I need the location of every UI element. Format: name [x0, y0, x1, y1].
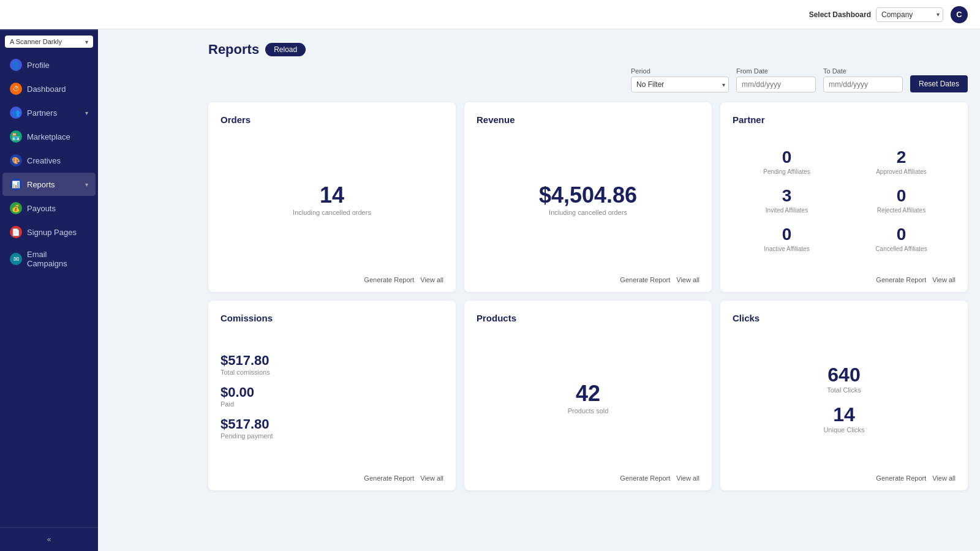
partner-stat-approved: 2 Approved Affiliates [847, 148, 956, 175]
sidebar-company-label: A Scanner Darkly [10, 38, 62, 45]
select-dashboard-label: Select Dashboard [809, 10, 871, 19]
commissions-view-all-link[interactable]: View all [420, 474, 443, 482]
sidebar-nav: 👤 Profile ⏱ Dashboard 👥 Partners ▾ 🏪 Mar… [0, 53, 98, 527]
sidebar-item-creatives[interactable]: 🎨 Creatives [2, 149, 96, 172]
page-title: Reports [208, 42, 259, 58]
chevron-down-icon: ▾ [85, 39, 88, 45]
marketplace-icon: 🏪 [10, 130, 22, 143]
orders-main-value: 14 [320, 184, 344, 206]
sidebar-item-payouts[interactable]: 💰 Payouts [2, 197, 96, 220]
partner-stat-rejected: 0 Rejected Affiliates [847, 186, 956, 214]
partner-stat-invited: 3 Invited Affiliates [733, 186, 841, 214]
sidebar-item-label: Marketplace [27, 132, 70, 141]
orders-view-all-link[interactable]: View all [420, 276, 443, 283]
partner-invited-value: 3 [733, 186, 841, 206]
commissions-total-value: $517.80 [221, 353, 270, 369]
sidebar-item-partners[interactable]: 👥 Partners ▾ [2, 101, 96, 124]
sidebar-item-label: Email Campaigns [27, 250, 88, 268]
partner-inactive-value: 0 [733, 225, 841, 244]
revenue-card-body: $4,504.86 Including cancelled orders [477, 131, 699, 269]
partner-stat-pending: 0 Pending Affiliates [733, 148, 841, 175]
sidebar: PMX PARTNERMARKETINGEXCHANGE A Scanner D… [0, 0, 98, 551]
main-content: Reports Reload Period No Filter From Dat… [196, 29, 980, 551]
cards-grid: Orders 14 Including cancelled orders Gen… [208, 102, 968, 490]
revenue-card-footer: Generate Report View all [477, 276, 699, 283]
user-avatar[interactable]: C [951, 6, 968, 23]
sidebar-item-label: Signup Pages [27, 228, 77, 237]
sidebar-collapse-button[interactable]: « [0, 527, 98, 551]
company-select-wrap: Company [876, 7, 943, 22]
sidebar-item-reports[interactable]: 📊 Reports ▾ [2, 173, 96, 196]
commissions-card-body: $517.80 Total comissions $0.00 Paid $517… [221, 329, 443, 467]
revenue-main-value: $4,504.86 [539, 184, 637, 206]
partner-inactive-label: Inactive Affiliates [733, 246, 841, 252]
revenue-main-label: Including cancelled orders [549, 209, 627, 216]
orders-card-footer: Generate Report View all [221, 276, 443, 283]
partner-rejected-label: Rejected Affiliates [847, 207, 956, 214]
revenue-card: Revenue $4,504.86 Including cancelled or… [464, 102, 712, 292]
total-clicks-label: Total Clicks [827, 386, 861, 394]
products-card-title: Products [477, 313, 699, 323]
partner-stats-grid: 0 Pending Affiliates 2 Approved Affiliat… [733, 148, 956, 252]
unique-clicks-value: 14 [823, 403, 864, 426]
clicks-generate-report-link[interactable]: Generate Report [876, 474, 926, 482]
products-card-footer: Generate Report View all [477, 474, 699, 482]
from-date-label: From Date [736, 67, 816, 75]
sidebar-item-marketplace[interactable]: 🏪 Marketplace [2, 125, 96, 148]
sidebar-company-dropdown[interactable]: A Scanner Darkly ▾ [5, 36, 93, 48]
sidebar-item-label: Reports [27, 180, 55, 189]
total-clicks-value: 640 [827, 364, 861, 386]
unique-clicks-stat: 14 Unique Clicks [823, 403, 864, 433]
page-header: Reports Reload [208, 42, 968, 58]
creatives-icon: 🎨 [10, 154, 22, 167]
partner-pending-label: Pending Affiliates [733, 168, 841, 175]
sidebar-item-label: Partners [27, 108, 57, 118]
products-view-all-link[interactable]: View all [676, 474, 699, 482]
revenue-generate-report-link[interactable]: Generate Report [620, 276, 670, 283]
company-select[interactable]: Company [876, 7, 943, 22]
orders-generate-report-link[interactable]: Generate Report [364, 276, 414, 283]
products-card: Products 42 Products sold Generate Repor… [464, 301, 712, 490]
reset-dates-button[interactable]: Reset Dates [910, 75, 968, 92]
clicks-view-all-link[interactable]: View all [932, 474, 956, 482]
partner-approved-label: Approved Affiliates [847, 168, 956, 175]
to-date-input[interactable] [823, 77, 903, 92]
partner-approved-value: 2 [847, 148, 956, 167]
commissions-pending-value: $517.80 [221, 416, 273, 432]
sidebar-item-label: Dashboard [27, 84, 66, 94]
period-select[interactable]: No Filter [631, 77, 729, 92]
orders-card-body: 14 Including cancelled orders [221, 131, 443, 269]
filter-bar: Period No Filter From Date To Date Reset… [208, 67, 968, 92]
payouts-icon: 💰 [10, 202, 22, 214]
from-date-input[interactable] [736, 77, 816, 92]
partner-view-all-link[interactable]: View all [932, 276, 956, 283]
email-campaigns-icon: ✉ [10, 253, 22, 265]
sidebar-item-label: Profile [27, 61, 50, 70]
partner-generate-report-link[interactable]: Generate Report [876, 276, 926, 283]
clicks-card: Clicks 640 Total Clicks 14 Unique Clicks… [720, 301, 968, 490]
commissions-paid-label: Paid [221, 400, 254, 408]
clicks-card-footer: Generate Report View all [733, 474, 956, 482]
orders-main-label: Including cancelled orders [293, 209, 371, 216]
top-header: Select Dashboard Company C [0, 0, 980, 29]
profile-icon: 👤 [10, 59, 22, 71]
orders-card-title: Orders [221, 114, 443, 125]
reload-button[interactable]: Reload [265, 43, 306, 56]
commissions-generate-report-link[interactable]: Generate Report [364, 474, 414, 482]
commissions-total-row: $517.80 Total comissions [221, 353, 270, 376]
from-date-group: From Date [736, 67, 816, 92]
products-main-label: Products sold [568, 407, 609, 414]
sidebar-item-profile[interactable]: 👤 Profile [2, 53, 96, 77]
commissions-card-footer: Generate Report View all [221, 474, 443, 482]
sidebar-item-signup-pages[interactable]: 📄 Signup Pages [2, 220, 96, 244]
total-clicks-stat: 640 Total Clicks [827, 364, 861, 394]
sidebar-item-dashboard[interactable]: ⏱ Dashboard [2, 77, 96, 100]
partner-invited-label: Invited Affiliates [733, 207, 841, 214]
sidebar-item-email-campaigns[interactable]: ✉ Email Campaigns [2, 244, 96, 274]
reports-icon: 📊 [10, 178, 22, 190]
products-generate-report-link[interactable]: Generate Report [620, 474, 670, 482]
commissions-total-label: Total comissions [221, 369, 270, 376]
to-date-group: To Date [823, 67, 903, 92]
revenue-view-all-link[interactable]: View all [676, 276, 699, 283]
period-filter-label: Period [631, 67, 729, 75]
